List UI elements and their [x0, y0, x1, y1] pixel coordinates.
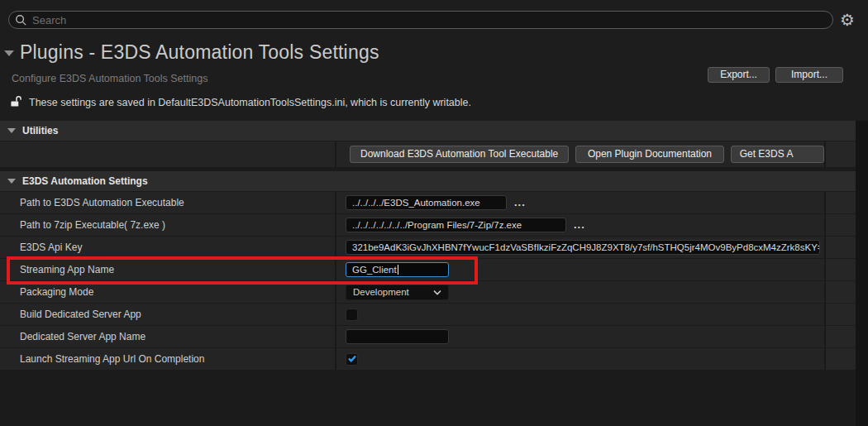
packaging-mode-dropdown[interactable]: Development: [346, 285, 449, 300]
dropdown-selected-value: Development: [353, 287, 409, 297]
setting-row-7zip-executable: Path to 7zip Executable( 7z.exe ) ../../…: [0, 214, 856, 236]
setting-row-streaming-app-name: Streaming App Name GG_Client: [0, 259, 856, 280]
search-input[interactable]: [27, 14, 832, 26]
gear-icon[interactable]: ⚙: [837, 9, 857, 31]
page-title: Plugins - E3DS Automation Tools Settings: [20, 41, 379, 64]
unlocked-padlock-icon: [10, 95, 21, 111]
row-gutter: [826, 192, 856, 213]
automation-executable-path-input[interactable]: ../../../../E3DS_Automation.exe: [346, 195, 507, 210]
setting-row-automation-executable: Path to E3DS Automation Executable ../..…: [0, 192, 856, 213]
row-gutter: [826, 326, 856, 347]
dedicated-server-name-input[interactable]: [346, 329, 449, 344]
section-collapse-icon[interactable]: [7, 179, 16, 184]
launch-streaming-url-checkbox[interactable]: [346, 353, 358, 366]
setting-label: Path to E3DS Automation Executable: [0, 192, 335, 213]
row-gutter: [826, 141, 856, 167]
streaming-app-name-text: GG_Client: [352, 265, 397, 275]
setting-label: E3DS Api Key: [0, 237, 335, 258]
setting-row-build-dedicated-server: Build Dedicated Server App: [0, 304, 856, 325]
setting-label: Dedicated Server App Name: [0, 326, 335, 347]
search-bar[interactable]: [8, 11, 833, 29]
browse-ellipsis-button[interactable]: ...: [574, 221, 585, 229]
setting-label: Streaming App Name: [0, 259, 335, 280]
config-file-note: These settings are saved in DefaultE3DSA…: [10, 95, 471, 110]
collapse-arrow-icon[interactable]: [4, 50, 14, 56]
section-header-utilities[interactable]: Utilities: [0, 121, 856, 141]
setting-value-cell: [336, 348, 824, 370]
setting-value-cell: [336, 304, 824, 325]
section-title: E3DS Automation Settings: [22, 175, 148, 187]
chevron-down-icon: [433, 287, 441, 297]
setting-row-dedicated-server-name: Dedicated Server App Name: [0, 326, 856, 347]
setting-value-cell: ../../../../E3DS_Automation.exe ...: [336, 192, 824, 213]
empty-label-cell: [0, 141, 335, 167]
open-plugin-documentation-button[interactable]: Open Plugin Documentation: [575, 146, 723, 163]
setting-row-api-key: E3DS Api Key 321be9AdK3iGvJhXHBN7fYwucF1…: [0, 237, 856, 258]
download-automation-tool-button[interactable]: Download E3DS Automation Tool Executable: [350, 146, 569, 163]
text-cursor: [398, 265, 398, 275]
import-button[interactable]: Import...: [775, 67, 843, 83]
row-gutter: [826, 237, 856, 258]
api-key-text: 321be9AdK3iGvJhXHBN7fYwucF1dzVaSBfIkziFz…: [352, 242, 820, 252]
browse-ellipsis-button[interactable]: ...: [514, 199, 526, 207]
path-text: ../../../../../../../Program Files/7-Zip…: [352, 220, 522, 230]
config-file-note-text: These settings are saved in DefaultE3DSA…: [29, 97, 471, 108]
page-subtitle: Configure E3DS Automation Tools Settings: [12, 73, 207, 84]
section-title: Utilities: [22, 125, 58, 136]
section-header-e3ds-automation-settings[interactable]: E3DS Automation Settings: [0, 171, 856, 191]
search-icon: [15, 14, 27, 26]
utilities-buttons-cell: Download E3DS Automation Tool Executable…: [336, 141, 824, 167]
setting-label: Path to 7zip Executable( 7z.exe ): [0, 214, 335, 236]
setting-row-packaging-mode: Packaging Mode Development: [0, 281, 856, 303]
setting-label: Packaging Mode: [0, 281, 335, 303]
setting-value-cell: [336, 326, 824, 347]
row-gutter: [826, 281, 856, 303]
checkmark-icon: [347, 352, 357, 366]
row-gutter: [826, 304, 856, 325]
row-gutter: [826, 214, 856, 236]
panel-right-margin: [856, 121, 868, 426]
build-dedicated-server-checkbox[interactable]: [346, 309, 358, 321]
api-key-input[interactable]: 321be9AdK3iGvJhXHBN7fYwucF1dzVaSBfIkziFz…: [346, 240, 820, 255]
row-gutter: [826, 259, 856, 280]
setting-value-cell: Development: [336, 281, 824, 303]
get-e3ds-api-key-button[interactable]: Get E3DS A: [731, 146, 824, 163]
streaming-app-name-input[interactable]: GG_Client: [346, 262, 449, 277]
7zip-executable-path-input[interactable]: ../../../../../../../Program Files/7-Zip…: [346, 218, 566, 232]
setting-value-cell: ../../../../../../../Program Files/7-Zip…: [336, 214, 824, 236]
setting-value-cell: 321be9AdK3iGvJhXHBN7fYwucF1dzVaSBfIkziFz…: [336, 237, 824, 258]
settings-window: ⚙ Plugins - E3DS Automation Tools Settin…: [0, 0, 868, 426]
row-gutter: [826, 348, 856, 370]
setting-value-cell: GG_Client: [336, 259, 824, 280]
utilities-buttons-row: Download E3DS Automation Tool Executable…: [0, 141, 856, 167]
path-text: ../../../../E3DS_Automation.exe: [352, 198, 480, 208]
settings-panel: Utilities Download E3DS Automation Tool …: [0, 121, 856, 426]
setting-row-launch-streaming-url: Launch Streaming App Url On Completion: [0, 348, 856, 370]
setting-label: Launch Streaming App Url On Completion: [0, 348, 335, 370]
section-collapse-icon[interactable]: [7, 128, 16, 133]
setting-label: Build Dedicated Server App: [0, 304, 335, 325]
settings-rows: Path to E3DS Automation Executable ../..…: [0, 192, 856, 370]
export-button[interactable]: Export...: [708, 67, 770, 83]
